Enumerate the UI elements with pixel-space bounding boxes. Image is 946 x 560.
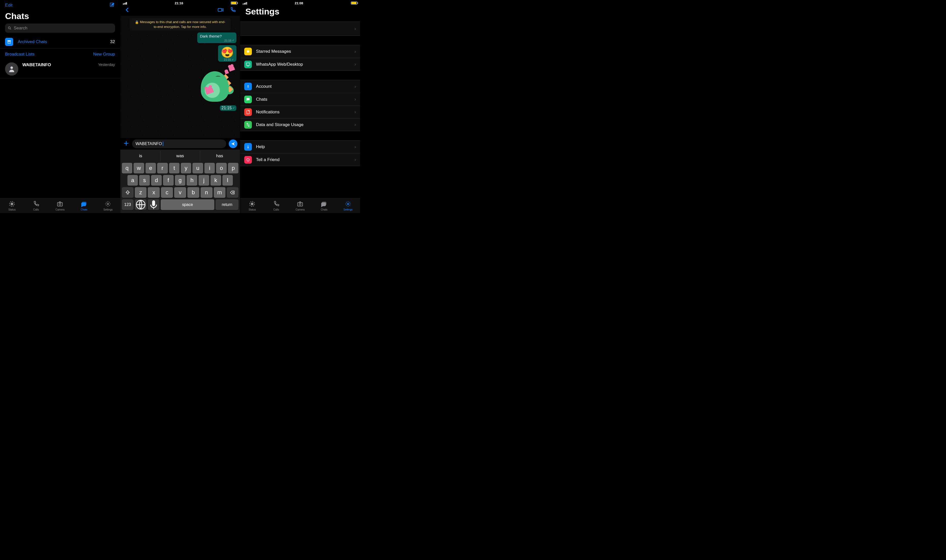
chat-body[interactable]: 🔒Messages to this chat and calls are now… bbox=[120, 16, 240, 138]
message-input-value: WABETAINFO bbox=[136, 142, 162, 146]
key-p[interactable]: p bbox=[228, 163, 238, 174]
tab-status[interactable]: Status bbox=[0, 198, 24, 213]
settings-cell-star[interactable]: Starred Messages› bbox=[240, 45, 360, 58]
settings-group: Account›Chats›Notifications›Data and Sto… bbox=[240, 80, 360, 131]
tab-calls[interactable]: Calls bbox=[24, 198, 48, 213]
phone-icon bbox=[230, 7, 236, 13]
svg-rect-2 bbox=[7, 40, 11, 41]
message-time: 21:15 bbox=[224, 58, 231, 61]
settings-cell-acct[interactable]: Account› bbox=[240, 80, 360, 93]
message-time: 21:15 bbox=[224, 39, 231, 42]
mic-key[interactable] bbox=[148, 199, 159, 210]
shift-key[interactable] bbox=[122, 187, 134, 198]
key-l[interactable]: l bbox=[222, 175, 233, 186]
settings-cell-help[interactable]: Help› bbox=[240, 140, 360, 153]
broadcast-lists-button[interactable]: Broadcast Lists bbox=[5, 52, 34, 57]
tab-status[interactable]: Status bbox=[240, 198, 264, 213]
archived-count: 32 bbox=[110, 39, 115, 45]
key-q[interactable]: q bbox=[122, 163, 132, 174]
settings-cell-tell[interactable]: Tell a Friend› bbox=[240, 153, 360, 166]
search-input[interactable]: Search bbox=[5, 24, 115, 33]
key-r[interactable]: r bbox=[157, 163, 168, 174]
key-a[interactable]: a bbox=[127, 175, 138, 186]
help-icon bbox=[244, 143, 252, 151]
archived-chats-row[interactable]: Archived Chats 32 bbox=[0, 35, 120, 49]
settings-cell-web[interactable]: WhatsApp Web/Desktop› bbox=[240, 58, 360, 71]
encryption-banner[interactable]: 🔒Messages to this chat and calls are now… bbox=[130, 18, 231, 31]
chat-row[interactable]: WABETAINFO Yesterday bbox=[0, 60, 120, 78]
video-call-button[interactable] bbox=[218, 7, 224, 14]
sticker-message[interactable]: 21:15✓ bbox=[196, 64, 236, 111]
key-n[interactable]: n bbox=[201, 187, 213, 198]
key-t[interactable]: t bbox=[169, 163, 179, 174]
key-v[interactable]: v bbox=[174, 187, 186, 198]
tab-chats[interactable]: Chats bbox=[72, 198, 96, 213]
edit-button[interactable]: Edit bbox=[5, 3, 12, 8]
message-input[interactable]: WABETAINFO bbox=[132, 140, 227, 148]
key-x[interactable]: x bbox=[148, 187, 160, 198]
numbers-key[interactable]: 123 bbox=[122, 199, 134, 210]
message-bubble-outgoing[interactable]: 😍 21:15✓ bbox=[218, 45, 236, 62]
settings-cell-chat[interactable]: Chats› bbox=[240, 93, 360, 106]
prediction[interactable]: has bbox=[200, 151, 239, 161]
tab-camera[interactable]: Camera bbox=[288, 198, 312, 213]
cell-label: Data and Storage Usage bbox=[256, 122, 350, 127]
key-z[interactable]: z bbox=[135, 187, 147, 198]
calls-icon bbox=[273, 201, 279, 208]
key-k[interactable]: k bbox=[210, 175, 221, 186]
cell-label: Account bbox=[256, 84, 350, 89]
attach-button[interactable] bbox=[123, 140, 130, 148]
return-key[interactable]: return bbox=[216, 199, 238, 210]
key-y[interactable]: y bbox=[181, 163, 191, 174]
backspace-key[interactable] bbox=[227, 187, 238, 198]
status-time: 21:16 bbox=[175, 1, 183, 5]
voice-call-button[interactable] bbox=[230, 7, 236, 14]
prediction[interactable]: is bbox=[121, 151, 160, 161]
key-h[interactable]: h bbox=[187, 175, 197, 186]
key-f[interactable]: f bbox=[163, 175, 174, 186]
plus-icon bbox=[123, 140, 130, 146]
back-button[interactable] bbox=[124, 7, 131, 14]
key-u[interactable]: u bbox=[193, 163, 203, 174]
key-b[interactable]: b bbox=[187, 187, 199, 198]
signal-icon bbox=[243, 2, 247, 5]
key-s[interactable]: s bbox=[139, 175, 150, 186]
message-bubble-outgoing[interactable]: Dark theme? 21:15✓ bbox=[197, 32, 236, 43]
video-icon bbox=[218, 7, 224, 13]
prediction[interactable]: was bbox=[160, 151, 200, 161]
key-g[interactable]: g bbox=[175, 175, 185, 186]
tab-camera[interactable]: Camera bbox=[48, 198, 72, 213]
tab-settings[interactable]: Settings bbox=[96, 198, 120, 213]
mic-icon bbox=[148, 199, 159, 211]
key-i[interactable]: i bbox=[204, 163, 215, 174]
settings-cell-notif[interactable]: Notifications› bbox=[240, 106, 360, 118]
chat-name: WABETAINFO bbox=[22, 62, 51, 68]
tab-settings[interactable]: Settings bbox=[336, 198, 360, 213]
send-button[interactable] bbox=[229, 140, 238, 148]
svg-rect-12 bbox=[152, 200, 155, 206]
svg-point-4 bbox=[11, 66, 13, 69]
svg-rect-15 bbox=[248, 86, 248, 88]
new-group-button[interactable]: New Group bbox=[93, 52, 115, 57]
key-m[interactable]: m bbox=[214, 187, 226, 198]
tab-chats[interactable]: Chats bbox=[312, 198, 336, 213]
tab-label: Camera bbox=[296, 208, 305, 211]
key-o[interactable]: o bbox=[216, 163, 227, 174]
tab-calls[interactable]: Calls bbox=[264, 198, 288, 213]
key-w[interactable]: w bbox=[134, 163, 144, 174]
profile-cell[interactable]: › bbox=[240, 22, 360, 36]
svg-point-23 bbox=[299, 203, 301, 205]
check-icon: ✓ bbox=[232, 39, 235, 42]
compose-button[interactable] bbox=[110, 2, 115, 9]
tab-label: Chats bbox=[81, 208, 87, 211]
key-d[interactable]: d bbox=[151, 175, 162, 186]
settings-cell-data[interactable]: Data and Storage Usage› bbox=[240, 118, 360, 131]
backspace-icon bbox=[230, 190, 235, 195]
globe-key[interactable] bbox=[135, 199, 147, 210]
signal-icon bbox=[123, 2, 127, 5]
key-e[interactable]: e bbox=[145, 163, 156, 174]
space-key[interactable]: space bbox=[161, 199, 215, 210]
svg-point-9 bbox=[107, 203, 109, 205]
key-j[interactable]: j bbox=[199, 175, 209, 186]
key-c[interactable]: c bbox=[161, 187, 173, 198]
